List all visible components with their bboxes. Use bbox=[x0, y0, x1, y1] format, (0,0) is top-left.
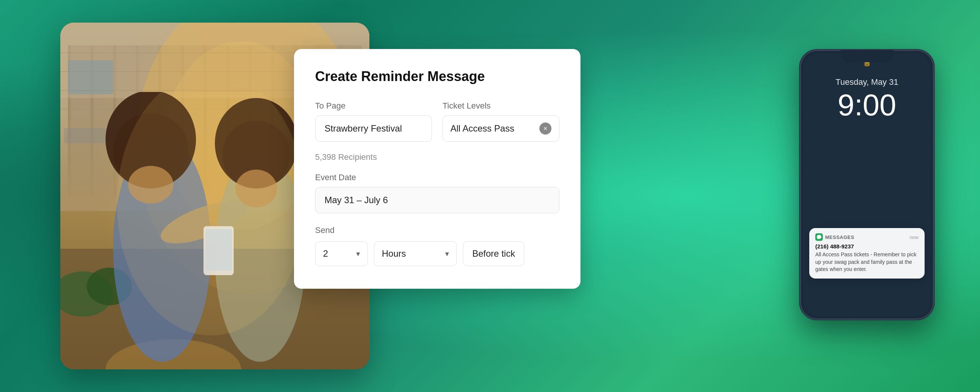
main-scene: Create Reminder Message To Page Ticket L… bbox=[0, 0, 980, 392]
phone-screen: 🔒 Tuesday, May 31 9:00 MESSAGES bbox=[803, 53, 931, 316]
phone-notification: MESSAGES now (216) 488-9237 All Access P… bbox=[809, 228, 924, 279]
notification-body: All Access Pass tickets - Remember to pi… bbox=[815, 251, 919, 273]
ticket-levels-group: Ticket Levels All Access Pass × bbox=[442, 101, 559, 142]
ticket-close-button[interactable]: × bbox=[539, 123, 551, 135]
send-unit-chevron: ▾ bbox=[445, 249, 449, 258]
before-tick-button[interactable]: Before tick bbox=[463, 241, 524, 266]
event-date-group: Event Date May 31 – July 6 bbox=[315, 173, 559, 214]
send-number-chevron: ▾ bbox=[356, 249, 360, 258]
phone-date: Tuesday, May 31 bbox=[836, 77, 898, 87]
phone-mockup: 🔒 Tuesday, May 31 9:00 MESSAGES bbox=[799, 49, 935, 320]
notification-app-row: MESSAGES bbox=[815, 233, 854, 241]
notification-sender: (216) 488-9237 bbox=[815, 243, 919, 250]
send-number-select[interactable]: 2 ▾ bbox=[315, 241, 368, 266]
messages-app-icon bbox=[815, 233, 823, 241]
recipients-count: 5,398 Recipients bbox=[315, 152, 559, 162]
to-page-label: To Page bbox=[315, 101, 432, 111]
ticket-level-value: All Access Pass bbox=[450, 123, 514, 134]
notification-app-name: MESSAGES bbox=[825, 234, 854, 240]
to-page-input[interactable] bbox=[315, 115, 432, 142]
create-reminder-modal: Create Reminder Message To Page Ticket L… bbox=[294, 49, 581, 289]
event-date-input[interactable]: May 31 – July 6 bbox=[315, 187, 559, 214]
phone-notch bbox=[840, 50, 893, 62]
svg-rect-6 bbox=[68, 60, 113, 94]
phone-time: 9:00 bbox=[837, 90, 896, 120]
send-row: 2 ▾ Hours ▾ Before tick bbox=[315, 241, 559, 266]
ticket-levels-input[interactable]: All Access Pass × bbox=[442, 115, 559, 142]
modal-title: Create Reminder Message bbox=[315, 69, 559, 84]
form-row-top: To Page Ticket Levels All Access Pass × bbox=[315, 101, 559, 142]
to-page-group: To Page bbox=[315, 101, 432, 142]
send-group: Send 2 ▾ Hours ▾ Before tick bbox=[315, 225, 559, 266]
ticket-levels-label: Ticket Levels bbox=[442, 101, 559, 111]
send-label: Send bbox=[315, 225, 559, 235]
send-unit-select[interactable]: Hours ▾ bbox=[374, 241, 457, 266]
notification-header: MESSAGES now bbox=[815, 233, 919, 241]
event-date-label: Event Date bbox=[315, 173, 559, 182]
notification-time: now bbox=[910, 234, 919, 240]
